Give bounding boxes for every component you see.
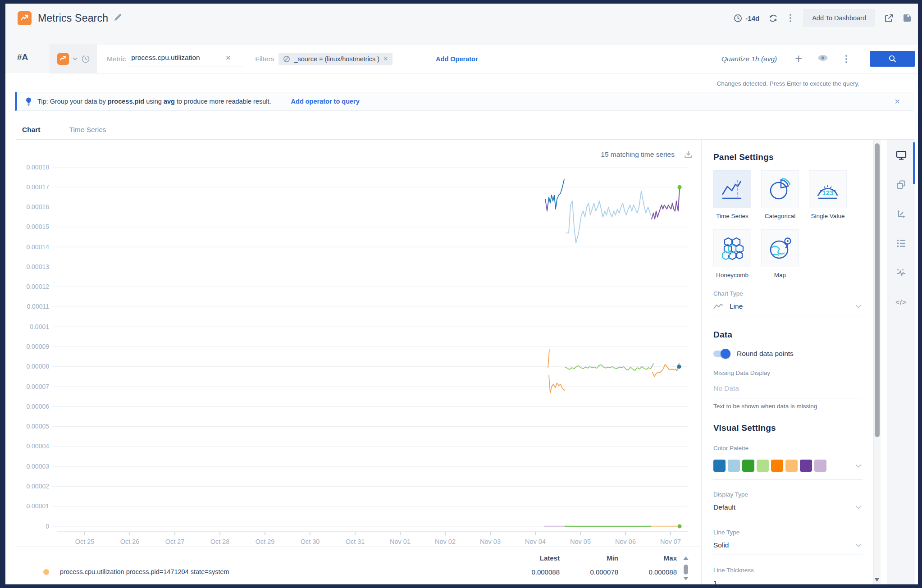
duplicate-tool[interactable]	[895, 179, 907, 191]
honeycomb-viz-icon	[720, 236, 745, 261]
legend-scrollbar-lower[interactable]	[677, 564, 695, 580]
palette-swatch	[728, 460, 740, 472]
timeseries-chart[interactable]: 0.000180.000170.000160.000150.000140.000…	[16, 140, 699, 547]
legend-row[interactable]: process.cpu.utilization process.pid=1471…	[16, 564, 695, 579]
svg-text:0.0001: 0.0001	[30, 323, 49, 330]
time-range-value: -14d	[745, 14, 759, 22]
refresh-icon	[768, 14, 778, 23]
chevron-down-icon	[855, 506, 862, 509]
svg-text:Nov 07: Nov 07	[660, 538, 681, 545]
chart-line-icon	[20, 14, 29, 23]
missing-data-help: Text to be shown when data is missing	[713, 403, 863, 410]
exclude-icon	[283, 55, 290, 63]
viz-label-map: Map	[761, 272, 799, 278]
svg-text:0.00012: 0.00012	[26, 283, 49, 290]
filter-chip[interactable]: _source = (linux/hostmetrics ) ✕	[278, 53, 393, 65]
viz-label-categorical: Categorical	[761, 213, 799, 219]
add-to-dashboard-button[interactable]: Add To Dashboard	[803, 9, 875, 27]
metric-input[interactable]: process.cpu.utilization ✕	[130, 51, 245, 67]
legend-scroll-thumb[interactable]	[684, 565, 688, 574]
legend-scroll-up-icon[interactable]	[683, 556, 689, 560]
matching-series-row: 15 matching time series	[601, 150, 693, 159]
tip-bar: Tip: Group your data by process.pid usin…	[15, 92, 913, 111]
query-row: Metric process.cpu.utilization ✕ Filters…	[50, 45, 918, 73]
matching-series-count: 15 matching time series	[601, 150, 675, 159]
viz-tile-categorical[interactable]: Categorical	[761, 170, 799, 219]
svg-text:0.00005: 0.00005	[26, 423, 49, 430]
quantize-info[interactable]: Quantize 1h (avg)	[721, 55, 777, 63]
metrics-search-window: Metrics Search -14d Add To Dashboard #A	[5, 4, 918, 584]
chart-legend: Latest Min Max process.cpu.utilization p…	[16, 547, 701, 584]
missing-data-input[interactable]: No Data	[713, 379, 863, 398]
viz-tile-single-value[interactable]: 123 Single Value	[809, 170, 847, 219]
edit-title-icon[interactable]	[114, 13, 122, 23]
tip-close-icon[interactable]: ✕	[895, 97, 900, 106]
viz-tile-map[interactable]: Map	[761, 229, 799, 278]
run-search-button[interactable]	[870, 51, 915, 67]
svg-text:0.00018: 0.00018	[26, 164, 49, 171]
series-min-value: 0.000078	[560, 568, 618, 576]
svg-text:Oct 26: Oct 26	[120, 538, 140, 545]
remove-filter-icon[interactable]: ✕	[383, 55, 388, 62]
svg-text:0: 0	[46, 523, 49, 530]
waveform-icon	[896, 268, 906, 277]
add-query-icon[interactable]: +	[795, 53, 802, 65]
line-type-select[interactable]: Solid	[713, 536, 863, 555]
color-palette-select[interactable]	[713, 455, 863, 479]
display-settings-tool[interactable]	[895, 150, 907, 161]
chart-type-select[interactable]: Line	[713, 297, 863, 316]
query-more-menu[interactable]	[843, 54, 850, 64]
legend-scroll-down-icon[interactable]	[683, 577, 689, 580]
svg-text:0.00001: 0.00001	[26, 502, 49, 510]
svg-text:Nov 06: Nov 06	[615, 538, 636, 545]
line-chart-icon	[713, 303, 723, 310]
clear-metric-icon[interactable]: ✕	[225, 54, 231, 62]
save-button[interactable]	[903, 14, 912, 23]
open-in-new-button[interactable]	[884, 14, 894, 23]
svg-text:Nov 05: Nov 05	[570, 538, 591, 545]
svg-text:Nov 04: Nov 04	[525, 538, 546, 545]
svg-text:0.00007: 0.00007	[26, 383, 49, 390]
header-actions: -14d Add To Dashboard	[734, 9, 912, 27]
header-more-menu[interactable]	[787, 13, 794, 23]
display-type-select[interactable]: Default	[713, 498, 863, 517]
code-view-tool[interactable]: </>	[895, 296, 907, 308]
tip-add-operator-link[interactable]: Add operator to query	[291, 98, 360, 105]
round-data-points-toggle[interactable]	[713, 351, 730, 357]
refresh-button[interactable]	[768, 14, 778, 23]
panel-scrollbar[interactable]	[873, 140, 881, 584]
result-tabs: Chart Time Series	[16, 120, 113, 140]
tab-time-series[interactable]: Time Series	[63, 120, 112, 140]
chart-type-label: Chart Type	[713, 290, 863, 297]
chevron-down-icon	[855, 305, 862, 308]
svg-text:0.00016: 0.00016	[26, 203, 49, 210]
legend-col-min: Min	[560, 554, 618, 562]
add-operator-link[interactable]: Add Operator	[436, 55, 478, 63]
toggle-visibility-icon[interactable]	[817, 55, 828, 63]
clock-icon	[734, 14, 742, 23]
query-type-cell[interactable]	[50, 45, 97, 73]
axes-settings-tool[interactable]	[895, 208, 907, 220]
viz-tile-honeycomb[interactable]: Honeycomb	[713, 229, 751, 278]
time-range-control[interactable]: -14d	[734, 14, 759, 23]
panel-scroll-thumb[interactable]	[875, 143, 880, 437]
panel-scroll-down-icon[interactable]	[875, 578, 879, 582]
svg-text:Oct 29: Oct 29	[256, 538, 275, 545]
legend-settings-tool[interactable]	[895, 237, 907, 249]
metric-label: Metric	[107, 55, 126, 63]
viz-type-grid: Time Series Categorical	[713, 170, 849, 278]
legend-scrollbar[interactable]	[677, 556, 695, 560]
svg-text:Nov 01: Nov 01	[390, 538, 411, 545]
svg-text:Oct 31: Oct 31	[346, 538, 365, 545]
palette-swatch	[771, 460, 783, 472]
active-tool-indicator	[913, 142, 915, 184]
viz-tile-time-series[interactable]: Time Series	[713, 170, 751, 219]
visual-settings-title: Visual Settings	[713, 423, 863, 433]
chart-panel-card: 15 matching time series 0.000180.000170.…	[16, 139, 915, 584]
download-icon[interactable]	[684, 150, 693, 159]
tab-chart[interactable]: Chart	[16, 120, 46, 140]
categorical-viz-icon	[767, 177, 793, 202]
threshold-settings-tool[interactable]	[895, 267, 907, 278]
lightbulb-icon	[25, 97, 32, 106]
round-data-points-row: Round data points	[713, 350, 863, 358]
